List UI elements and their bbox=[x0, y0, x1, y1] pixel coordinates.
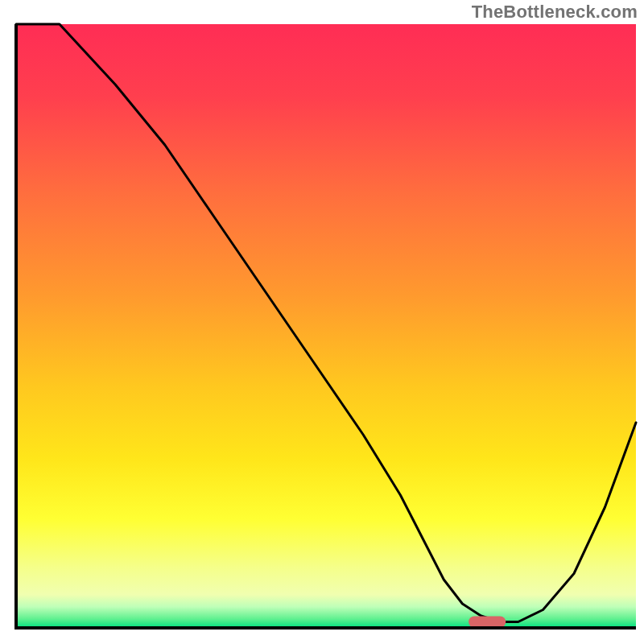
watermark-text: TheBottleneck.com bbox=[472, 2, 638, 23]
optimal-marker bbox=[469, 617, 506, 628]
bottleneck-chart bbox=[0, 0, 644, 644]
plot-area bbox=[16, 24, 636, 628]
gradient-background bbox=[16, 24, 636, 628]
